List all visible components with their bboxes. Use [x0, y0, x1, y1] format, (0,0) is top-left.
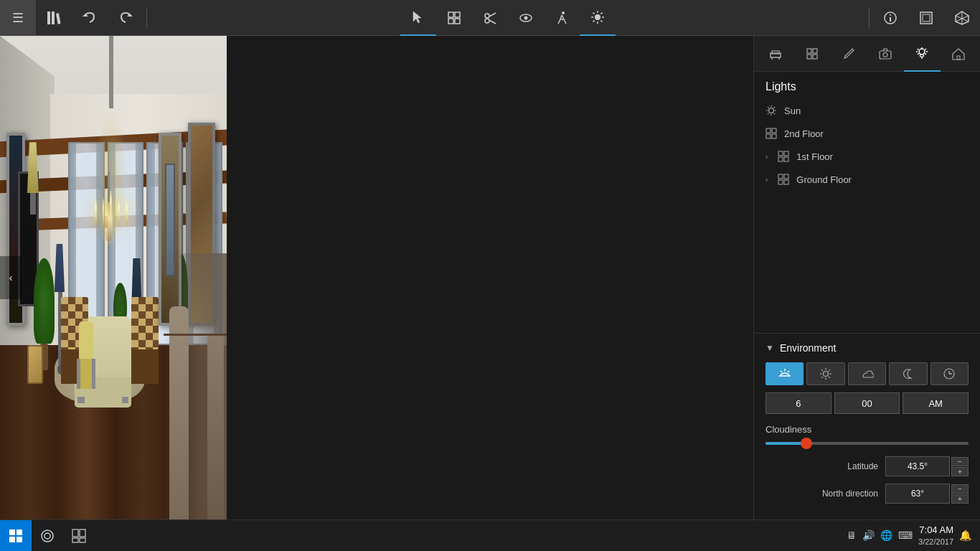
latitude-plus-btn[interactable]: + — [951, 467, 969, 476]
pendant-light — [102, 171, 116, 249]
sunrise-mode-btn[interactable] — [765, 362, 804, 385]
north-minus-btn[interactable]: − — [951, 484, 969, 494]
notification-tray-icon[interactable]: 🔔 — [959, 529, 971, 541]
volume-tray-icon[interactable]: 🔊 — [862, 529, 875, 541]
svg-point-96 — [42, 530, 53, 542]
latitude-input[interactable]: 43.5° — [885, 456, 950, 476]
clock[interactable]: 7:04 AM 3/22/2017 — [918, 524, 953, 548]
hour-input[interactable]: 6 — [765, 392, 831, 414]
sun-tool-btn[interactable] — [580, 0, 616, 36]
north-label: North direction — [765, 489, 885, 499]
library-icon[interactable] — [36, 0, 72, 36]
sun-light-icon — [765, 105, 777, 116]
floor-1st-item[interactable]: › 1st Floor — [754, 145, 980, 168]
minute-input[interactable]: 00 — [834, 392, 900, 414]
svg-point-10 — [485, 19, 489, 23]
info-tool-btn[interactable] — [872, 0, 908, 36]
3d-tool-btn[interactable] — [944, 0, 980, 36]
top-toolbar: ☰ — [0, 0, 980, 36]
clock-time: 7:04 AM — [918, 524, 953, 537]
cloudiness-thumb[interactable] — [801, 438, 812, 449]
svg-rect-73 — [784, 174, 788, 179]
floor-ground-arrow: › — [765, 176, 768, 184]
svg-rect-8 — [455, 19, 460, 24]
svg-line-24 — [593, 20, 595, 22]
svg-point-14 — [524, 16, 528, 19]
north-input[interactable]: 63° — [885, 484, 950, 504]
view-tool-btn[interactable] — [508, 0, 544, 36]
svg-rect-41 — [813, 55, 817, 59]
svg-rect-94 — [9, 537, 15, 542]
task-view-btn[interactable] — [63, 520, 95, 552]
latitude-label: Latitude — [765, 461, 885, 471]
walk-tool-btn[interactable] — [544, 0, 580, 36]
lights-title: Lights — [754, 72, 980, 99]
svg-point-9 — [485, 14, 489, 18]
svg-rect-71 — [784, 157, 788, 161]
svg-line-86 — [829, 377, 830, 378]
svg-point-27 — [890, 14, 891, 16]
svg-rect-99 — [80, 529, 85, 537]
svg-rect-29 — [923, 14, 930, 22]
wall-lamp — [27, 142, 39, 215]
furniture-panel-btn[interactable] — [757, 36, 793, 72]
env-title: Environment — [780, 342, 837, 354]
latitude-minus-btn[interactable]: − — [951, 457, 969, 466]
svg-line-85 — [821, 369, 823, 371]
svg-rect-70 — [778, 157, 783, 161]
scissors-tool-btn[interactable] — [472, 0, 508, 36]
lights-panel-btn[interactable] — [904, 36, 941, 72]
object-tool-btn[interactable] — [436, 0, 472, 36]
cortana-btn[interactable] — [32, 520, 63, 552]
svg-line-49 — [918, 49, 919, 50]
menu-icon[interactable]: ☰ — [0, 0, 36, 36]
viewport-container: ‹ — [0, 36, 227, 519]
night-mode-btn[interactable] — [889, 362, 927, 385]
period-input[interactable]: AM — [903, 392, 969, 414]
latitude-row: Latitude 43.5° − + — [765, 456, 969, 476]
cloudy-mode-btn[interactable] — [848, 362, 886, 385]
svg-rect-7 — [448, 19, 453, 24]
cloudiness-slider[interactable] — [765, 442, 969, 445]
svg-rect-1 — [52, 11, 55, 24]
network-tray-icon[interactable]: 🌐 — [880, 529, 892, 541]
monitor-tray-icon[interactable]: 🖥 — [847, 529, 857, 541]
camera-panel-btn[interactable] — [867, 36, 904, 72]
svg-line-50 — [925, 53, 927, 55]
sun-mode-btn[interactable] — [806, 362, 844, 385]
svg-line-23 — [600, 12, 602, 14]
start-button[interactable] — [0, 520, 32, 552]
svg-line-77 — [781, 371, 782, 372]
panel-icon-row — [754, 36, 980, 72]
clock-mode-btn[interactable] — [930, 362, 969, 385]
redo-icon[interactable] — [108, 0, 143, 36]
svg-line-88 — [821, 377, 823, 378]
floor-ground-item[interactable]: › Ground Floor — [754, 168, 980, 191]
north-plus-btn[interactable]: + — [951, 494, 969, 504]
svg-rect-6 — [455, 12, 460, 17]
select-tool-btn[interactable] — [400, 0, 436, 36]
undo-icon[interactable] — [72, 0, 108, 36]
floor-panel-btn[interactable] — [793, 36, 830, 72]
3d-viewport[interactable]: ‹ — [0, 36, 227, 519]
draw-panel-btn[interactable] — [830, 36, 867, 72]
nav-arrow-left[interactable]: ‹ — [0, 256, 22, 299]
svg-rect-100 — [72, 538, 78, 542]
light-bulb-5 — [126, 199, 128, 226]
layout-tool-btn[interactable] — [908, 0, 944, 36]
svg-rect-40 — [807, 55, 811, 59]
house-panel-btn[interactable] — [941, 36, 977, 72]
sun-light-item[interactable]: Sun — [754, 99, 980, 122]
environment-header[interactable]: ▼ Environment — [765, 342, 969, 354]
svg-point-55 — [769, 108, 774, 113]
svg-line-61 — [774, 113, 775, 114]
svg-rect-95 — [17, 537, 22, 542]
svg-rect-68 — [778, 151, 783, 156]
floor-2nd-item[interactable]: 2nd Floor — [754, 122, 980, 145]
keyboard-tray-icon[interactable]: ⌨ — [898, 529, 913, 541]
right-panel: Lights Sun 2nd F — [753, 36, 980, 519]
svg-rect-54 — [957, 56, 960, 60]
svg-rect-0 — [47, 11, 50, 24]
north-btns: − + — [951, 484, 969, 504]
svg-rect-92 — [9, 529, 15, 535]
